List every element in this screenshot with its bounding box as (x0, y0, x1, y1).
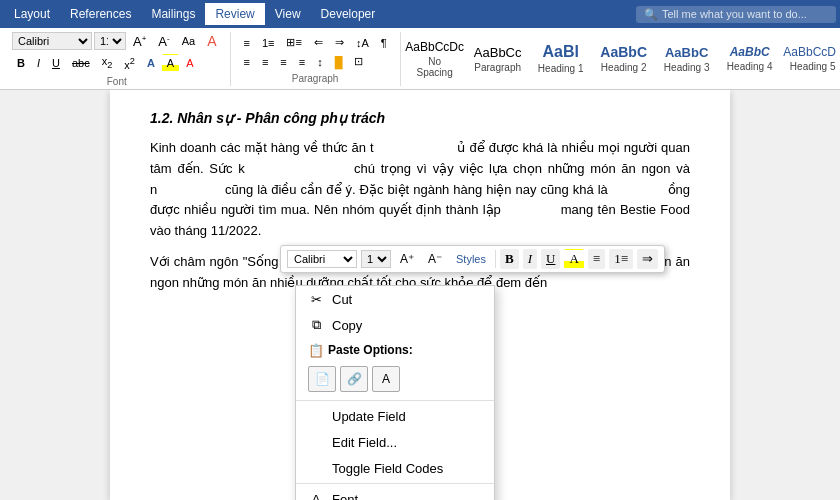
ribbon: Layout References Mailings Review View D… (0, 0, 840, 28)
style-heading5[interactable]: AaBbCcDc Heading 5 (783, 36, 836, 82)
font-group: Calibri 11 A+ A- Aa A B I U abc x2 x2 A … (4, 32, 231, 86)
styles-section: AaBbCcDc No Spacing AaBbCc Paragraph AaB… (401, 32, 836, 86)
search-placeholder: Tell me what you want to do... (662, 8, 807, 20)
ribbon-toolbar: Calibri 11 A+ A- Aa A B I U abc x2 x2 A … (0, 28, 840, 90)
ribbon-search-box[interactable]: 🔍 Tell me what you want to do... (636, 6, 836, 23)
para-row-2: ≡ ≡ ≡ ≡ ↕ █ ⊡ (239, 52, 392, 71)
style-heading1-preview: AaBl (542, 43, 578, 61)
mini-bullet-btn[interactable]: ≡ (588, 249, 605, 269)
document-paragraph-1: Kinh doanh các mặt hàng về thức ăn t ủ đ… (150, 138, 690, 242)
font-name-select[interactable]: Calibri (12, 32, 92, 50)
bold-btn[interactable]: B (12, 54, 30, 72)
tab-layout[interactable]: Layout (4, 3, 60, 25)
sort-btn[interactable]: ↕A (351, 34, 374, 52)
document-heading: 1.2. Nhân sự - Phân công phụ trách (150, 110, 690, 126)
font-row-2: B I U abc x2 x2 A A A (12, 52, 222, 73)
style-heading1-label: Heading 1 (538, 63, 584, 74)
numbering-btn[interactable]: 1≡ (257, 34, 280, 52)
style-heading5-label: Heading 5 (790, 61, 836, 72)
mini-highlight-btn[interactable]: A (564, 249, 583, 269)
style-heading2-preview: AaBbC (600, 44, 647, 60)
strikethrough-btn[interactable]: abc (67, 54, 95, 72)
ctx-toggle-field[interactable]: Toggle Field Codes (296, 455, 494, 481)
superscript-btn[interactable]: x2 (119, 53, 140, 74)
style-heading3[interactable]: AaBbC Heading 3 (657, 36, 717, 82)
show-marks-btn[interactable]: ¶ (376, 34, 392, 52)
ctx-copy-label: Copy (332, 318, 362, 333)
multilevel-btn[interactable]: ⊞≡ (281, 33, 306, 52)
text-color-btn[interactable]: A (181, 54, 198, 72)
mini-toolbar: Calibri 11 A⁺ A⁻ Styles B I U A ≡ 1≡ ⇒ (280, 245, 665, 273)
align-left-btn[interactable]: ≡ (239, 53, 255, 71)
bullets-btn[interactable]: ≡ (239, 34, 255, 52)
style-heading3-label: Heading 3 (664, 62, 710, 73)
ribbon-tabs: Layout References Mailings Review View D… (0, 0, 840, 28)
line-spacing-btn[interactable]: ↕ (312, 53, 328, 71)
style-heading4-preview: AaBbC (730, 45, 770, 59)
font-case-btn[interactable]: Aa (177, 32, 200, 50)
mini-font-name[interactable]: Calibri (287, 250, 357, 268)
tab-view[interactable]: View (265, 3, 311, 25)
ctx-font-label: Font (332, 492, 358, 501)
mini-underline-btn[interactable]: U (541, 249, 560, 269)
style-no-spacing[interactable]: AaBbCcDc No Spacing (405, 36, 465, 82)
ctx-paste-header: 📋 Paste Options: (296, 338, 494, 362)
underline-btn[interactable]: U (47, 54, 65, 72)
style-heading4[interactable]: AaBbC Heading 4 (720, 36, 780, 82)
shading-btn[interactable]: █ (330, 53, 348, 71)
ctx-edit-field[interactable]: Edit Field... (296, 429, 494, 455)
ctx-cut[interactable]: ✂ Cut (296, 286, 494, 312)
borders-btn[interactable]: ⊡ (349, 52, 368, 71)
italic-btn[interactable]: I (32, 54, 45, 72)
font-shrink-btn[interactable]: A- (153, 31, 174, 52)
align-right-btn[interactable]: ≡ (275, 53, 291, 71)
style-heading3-preview: AaBbC (665, 45, 708, 60)
justify-btn[interactable]: ≡ (294, 53, 310, 71)
font-size-select[interactable]: 11 (94, 32, 126, 50)
tab-developer[interactable]: Developer (311, 3, 386, 25)
text-effect-btn[interactable]: A (142, 54, 160, 72)
style-paragraph-label: Paragraph (474, 62, 521, 73)
style-heading1[interactable]: AaBl Heading 1 (531, 36, 591, 82)
mini-font-grow[interactable]: A⁺ (395, 249, 419, 269)
ctx-separator-2 (296, 483, 494, 484)
mini-indent-btn[interactable]: ⇒ (637, 249, 658, 269)
context-menu: ✂ Cut ⧉ Copy 📋 Paste Options: 📄 🔗 A Upda… (295, 285, 495, 500)
paste-text-btn[interactable]: A (372, 366, 400, 392)
tab-review[interactable]: Review (205, 3, 264, 25)
mini-bold-btn[interactable]: B (500, 249, 519, 269)
ctx-toggle-field-label: Toggle Field Codes (332, 461, 443, 476)
paragraph-group: ≡ 1≡ ⊞≡ ⇐ ⇒ ↕A ¶ ≡ ≡ ≡ ≡ ↕ █ ⊡ Paragraph (231, 32, 401, 86)
align-center-btn[interactable]: ≡ (257, 53, 273, 71)
mini-font-size[interactable]: 11 (361, 250, 391, 268)
mini-numbering-btn[interactable]: 1≡ (609, 249, 633, 269)
tab-mailings[interactable]: Mailings (141, 3, 205, 25)
ctx-edit-field-label: Edit Field... (332, 435, 397, 450)
style-paragraph-preview: AaBbCc (474, 45, 522, 60)
highlight-btn[interactable]: A (162, 54, 179, 72)
ctx-cut-label: Cut (332, 292, 352, 307)
mini-font-shrink[interactable]: A⁻ (423, 249, 447, 269)
style-heading2-label: Heading 2 (601, 62, 647, 73)
style-paragraph[interactable]: AaBbCc Paragraph (468, 36, 528, 82)
subscript-btn[interactable]: x2 (97, 52, 118, 73)
style-heading4-label: Heading 4 (727, 61, 773, 72)
paste-merge-btn[interactable]: 🔗 (340, 366, 368, 392)
mini-italic-btn[interactable]: I (523, 249, 537, 269)
clear-format-btn[interactable]: A (202, 30, 221, 52)
ctx-copy[interactable]: ⧉ Copy (296, 312, 494, 338)
document-area: 1.2. Nhân sự - Phân công phụ trách Kinh … (0, 90, 840, 500)
increase-indent-btn[interactable]: ⇒ (330, 33, 349, 52)
paste-keep-source-btn[interactable]: 📄 (308, 366, 336, 392)
tab-references[interactable]: References (60, 3, 141, 25)
cut-icon: ✂ (308, 291, 324, 307)
font-grow-btn[interactable]: A+ (128, 31, 151, 52)
mini-divider (495, 250, 496, 268)
ctx-font[interactable]: A Font (296, 486, 494, 500)
decrease-indent-btn[interactable]: ⇐ (309, 33, 328, 52)
search-icon: 🔍 (644, 8, 658, 21)
style-heading2[interactable]: AaBbC Heading 2 (594, 36, 654, 82)
update-field-icon (308, 408, 324, 424)
ctx-update-field[interactable]: Update Field (296, 403, 494, 429)
mini-styles-btn[interactable]: Styles (451, 250, 491, 268)
